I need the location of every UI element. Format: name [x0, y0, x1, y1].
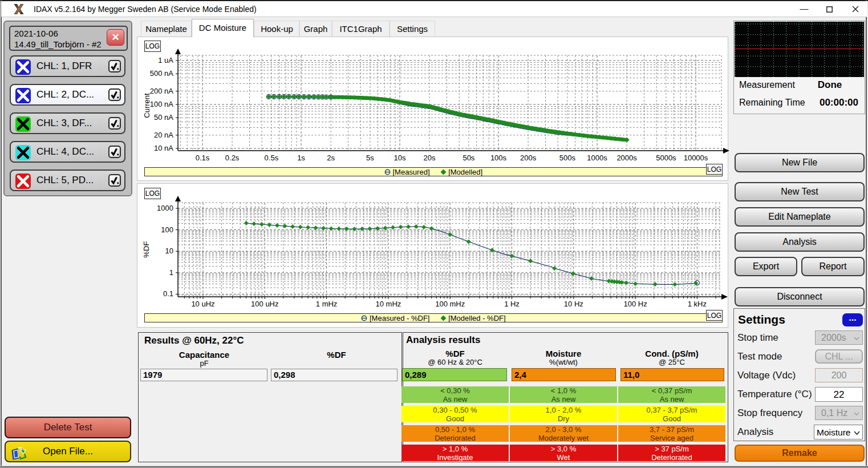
svg-text:0.5s: 0.5s	[265, 154, 279, 162]
svg-text:1: 1	[169, 268, 173, 277]
svg-text:500 nA: 500 nA	[150, 69, 174, 78]
svg-text:5000s: 5000s	[656, 154, 676, 162]
svg-text:10 Hz: 10 Hz	[564, 300, 583, 308]
svg-text:100 uHz: 100 uHz	[251, 300, 278, 308]
svg-text:1 Hz: 1 Hz	[504, 300, 520, 308]
svg-text:20 nA: 20 nA	[154, 131, 173, 139]
svg-text:10000s: 10000s	[684, 154, 708, 162]
svg-text:50 nA: 50 nA	[154, 113, 173, 122]
svg-text:1 uA: 1 uA	[158, 56, 173, 64]
svg-text:5s: 5s	[366, 154, 374, 162]
svg-text:Current: Current	[143, 93, 151, 118]
svg-text:100 mHz: 100 mHz	[435, 300, 465, 308]
svg-text:100 Hz: 100 Hz	[623, 300, 647, 308]
svg-text:0.2s: 0.2s	[225, 154, 240, 162]
svg-text:1 kHz: 1 kHz	[688, 300, 707, 308]
svg-text:20s: 20s	[424, 154, 436, 162]
svg-text:1s: 1s	[297, 154, 305, 162]
svg-text:10 mHz: 10 mHz	[376, 300, 401, 308]
svg-text:1000: 1000	[157, 204, 173, 212]
svg-text:10: 10	[165, 247, 173, 255]
svg-text:1000s: 1000s	[587, 154, 607, 162]
svg-text:%DF: %DF	[142, 241, 151, 257]
svg-text:100s: 100s	[490, 154, 507, 162]
svg-text:500s: 500s	[559, 154, 576, 162]
svg-text:200 nA: 200 nA	[150, 87, 174, 95]
svg-text:10 uHz: 10 uHz	[191, 300, 214, 308]
svg-text:10s: 10s	[394, 154, 406, 162]
svg-text:0.1s: 0.1s	[196, 154, 210, 162]
svg-text:100: 100	[161, 225, 173, 234]
svg-text:10 nA: 10 nA	[154, 144, 173, 152]
svg-text:200s: 200s	[520, 154, 537, 162]
svg-text:100 nA: 100 nA	[150, 100, 174, 108]
svg-text:2000s: 2000s	[616, 154, 637, 162]
svg-text:1 mHz: 1 mHz	[316, 300, 338, 308]
svg-text:0.1: 0.1	[163, 289, 173, 298]
svg-text:2s: 2s	[327, 154, 335, 162]
svg-text:50s: 50s	[463, 154, 474, 162]
